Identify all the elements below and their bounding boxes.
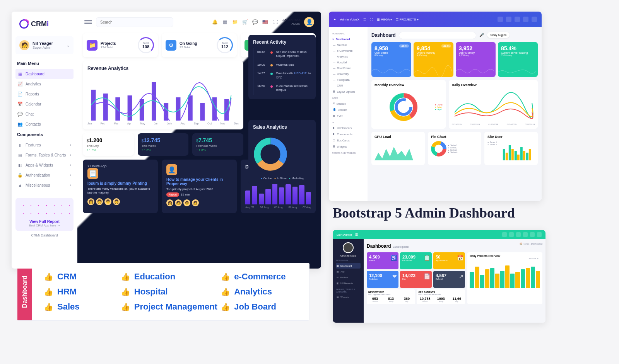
- nav-calendar[interactable]: 📅Calendar: [15, 99, 74, 109]
- mega-menu[interactable]: ▦ MEGA ▾: [377, 18, 392, 21]
- mail-icon[interactable]: [506, 17, 511, 22]
- crmi-sidebar: CRMi 🧑 Nil Yeager Super Admin ⌄ Main Men…: [12, 12, 77, 269]
- date-badge[interactable]: Today Aug 24: [487, 32, 510, 38]
- chevron-down-icon[interactable]: ⌄: [67, 43, 70, 48]
- menu-icon[interactable]: ☰: [355, 233, 358, 236]
- nav-item[interactable]: — University: [332, 71, 364, 77]
- topbar-user[interactable]: Johen Doe ADMIN: [282, 19, 300, 26]
- bell-icon[interactable]: 🔔: [212, 19, 218, 25]
- gear-icon[interactable]: [532, 17, 537, 22]
- projects-menu[interactable]: ☰ PROJECTS ▾: [396, 18, 418, 21]
- bell-icon[interactable]: [515, 17, 520, 22]
- nav-dashboard[interactable]: ▸ Dashboard: [332, 36, 364, 42]
- nav-analytics[interactable]: 📈Analytics: [15, 79, 74, 89]
- cat-jobboard[interactable]: 👍Job Board: [221, 299, 298, 314]
- avatar[interactable]: 👤: [304, 17, 314, 27]
- cart-icon[interactable]: 🛒: [242, 19, 248, 25]
- svg-rect-9: [200, 103, 205, 121]
- section-title: Main Menu: [15, 58, 74, 69]
- chart-xlabels: JanFebMarAprMayJunJulyAugSepOctNovDec: [87, 122, 239, 125]
- bell-icon[interactable]: [509, 232, 514, 237]
- nav-item[interactable]: — Hospital: [332, 60, 364, 65]
- dashboard-tab[interactable]: Dashboard: [17, 263, 32, 320]
- grid-icon: ▦: [18, 71, 22, 76]
- nav-item[interactable]: ▦ Widgets: [332, 143, 364, 150]
- cat-analytics[interactable]: 👍Analytics: [221, 284, 298, 299]
- user-name: Nil Yeager: [32, 41, 53, 46]
- flag-icon[interactable]: [523, 232, 528, 237]
- mail-icon[interactable]: [502, 232, 507, 237]
- crmi-dashboard: CRMi 🧑 Nil Yeager Super Admin ⌄ Main Men…: [12, 12, 321, 269]
- nav-item[interactable]: ◧ Components: [332, 131, 364, 137]
- nav-reports[interactable]: 📄Reports: [15, 89, 74, 99]
- share-icon: ⚙: [166, 40, 176, 51]
- cat-education[interactable]: 👍Education: [121, 269, 221, 284]
- nav-apps[interactable]: ◧Apps & Widgets›: [15, 160, 74, 170]
- nav-item[interactable]: — Foodplaza: [332, 77, 364, 83]
- nav-item[interactable]: ▦ Extra: [332, 113, 364, 119]
- nav-item[interactable]: — e-Commerce: [332, 48, 364, 54]
- nav-dashboard[interactable]: ▦ Dashboard: [336, 263, 361, 269]
- user-name: Admin Template: [336, 255, 361, 257]
- nav-item[interactable]: ◧ UI Elements: [332, 125, 364, 131]
- stat-card: 3,952 User Monthly 9,758 avg: [456, 42, 496, 77]
- avatar-group: 👩🧑👨👩: [166, 199, 232, 206]
- gear-icon[interactable]: [537, 232, 542, 237]
- nav-item[interactable]: — Material: [332, 42, 364, 48]
- nav-chat[interactable]: 💬Chat: [15, 109, 74, 119]
- nav-item[interactable]: — Real Estate: [332, 65, 364, 71]
- crmi-user-card[interactable]: 🧑 Nil Yeager Super Admin ⌄: [15, 36, 74, 54]
- avatar-icon[interactable]: [523, 17, 528, 22]
- nav-dashboard[interactable]: ▦Dashboard: [15, 69, 74, 79]
- svg-rect-24: [509, 145, 511, 160]
- cat-sales[interactable]: 👍Sales: [44, 299, 121, 314]
- cat-hospital[interactable]: 👍Hospital: [121, 284, 221, 299]
- menu-toggle[interactable]: [84, 20, 92, 24]
- nav-contacts[interactable]: 👥Contacts: [15, 119, 74, 129]
- grid-icon[interactable]: ▦: [222, 19, 228, 25]
- svg-rect-26: [520, 147, 523, 160]
- nav-item[interactable]: ◧ UI Elements: [336, 280, 361, 286]
- cat-ecommerce[interactable]: 👍e-Commerce: [221, 269, 298, 284]
- folder-icon[interactable]: 📁: [232, 19, 238, 25]
- opd-patient-stat: OPD PATIENTS %20 Less then last month 10…: [417, 289, 465, 304]
- nav-item[interactable]: ✉ Mailbox: [336, 274, 361, 280]
- chat-icon[interactable]: 💬: [252, 19, 258, 25]
- cat-pm[interactable]: 👍Project Management: [121, 299, 221, 314]
- stat-card: 56Appointments📅: [433, 252, 465, 269]
- cat-crm[interactable]: 👍CRM: [44, 269, 121, 284]
- search-input[interactable]: [399, 32, 476, 39]
- nav-item[interactable]: — CRM: [332, 83, 364, 88]
- nav-features[interactable]: ⫼Features›: [15, 140, 74, 150]
- avatar-icon[interactable]: [530, 232, 535, 237]
- thumb-icon: 👍: [121, 272, 130, 281]
- nav-item[interactable]: ▦ Widgets: [336, 294, 361, 300]
- nav-item[interactable]: ▢ Box Cards: [332, 137, 364, 143]
- nav-item[interactable]: — Analytics: [332, 54, 364, 60]
- search-icon[interactable]: [498, 17, 503, 22]
- flag-icon[interactable]: 🇺🇸: [262, 19, 268, 25]
- nav-auth[interactable]: 🔒Authentication›: [15, 170, 74, 180]
- chat-icon[interactable]: [516, 232, 521, 237]
- vx-header: ✦ Admin VoiceX ☰ ⛶ ▦ MEGA ▾ ☰ PROJECTS ▾: [329, 12, 542, 27]
- page-title: Dashboard: [367, 243, 391, 249]
- promo-card[interactable]: View Full Report Best CRM App here →: [15, 198, 74, 231]
- nav-item[interactable]: 👤 Contact: [332, 107, 364, 113]
- breadcrumb[interactable]: 🏠 Home › Dashboard: [520, 242, 542, 245]
- nav-forms[interactable]: ▤Forms, Tables & Charts›: [15, 150, 74, 160]
- mic-icon[interactable]: 🎤: [479, 33, 484, 37]
- user-icon: 👤: [166, 164, 177, 175]
- cat-hrm[interactable]: 👍HRM: [44, 284, 121, 299]
- nav-item[interactable]: ✉ Mailbox: [332, 100, 364, 107]
- crmi-logo: CRMi: [15, 15, 74, 32]
- fullscreen-icon[interactable]: ⛶: [272, 19, 279, 25]
- chevron-right-icon: ›: [70, 173, 71, 177]
- site-user-panel: Site User Series 1Series 2: [484, 132, 538, 165]
- chat-icon: 💬: [18, 112, 22, 116]
- vx-sidebar: PERSONAL ▸ Dashboard — Material — e-Comm…: [329, 27, 368, 201]
- nav-item[interactable]: ▦ App: [336, 269, 361, 274]
- search-input[interactable]: [96, 17, 173, 27]
- calendar-icon: 📅: [457, 255, 463, 261]
- nav-misc[interactable]: ▲Miscellaneous›: [15, 180, 74, 190]
- nav-item[interactable]: ▦ Layout Options: [332, 88, 364, 95]
